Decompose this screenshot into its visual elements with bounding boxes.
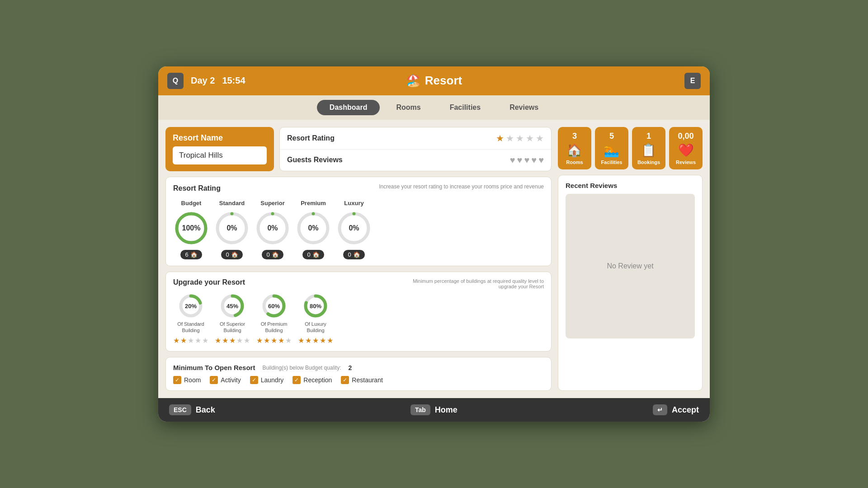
- enter-key: ↵: [653, 404, 667, 415]
- heart-3: ♥: [524, 155, 529, 165]
- upgrade-standard: 20% Of StandardBuilding ★ ★ ★ ★ ★: [173, 294, 208, 345]
- minimum-items: ✓ Room ✓ Activity ✓ Laundry ✓ Reception: [173, 376, 544, 384]
- accept-button[interactable]: ↵ Accept: [653, 404, 699, 415]
- upgrade-luxury-circle: 80%: [303, 294, 328, 318]
- minimum-section: Minimum To Open Resort Building(s) below…: [165, 357, 552, 391]
- premium-circle-item: Premium 0% 0 🏠: [295, 200, 331, 259]
- standard-percent: 0%: [226, 224, 237, 232]
- standard-house-icon: 🏠: [231, 251, 238, 258]
- rating-circles-row: Budget 100% 6 🏠: [173, 200, 544, 259]
- back-label: Back: [196, 405, 215, 415]
- luxury-house-icon: 🏠: [353, 251, 360, 258]
- time-label: 15:54: [222, 75, 245, 86]
- top-row: Resort Name Tropical Hills Resort Rating…: [165, 127, 552, 171]
- heart-4: ♥: [531, 155, 537, 165]
- budget-circle: 100%: [173, 210, 209, 246]
- title-icon: 🏖️: [406, 74, 420, 88]
- standard-rooms: 0 🏠: [221, 250, 242, 259]
- minimum-sub: Building(s) below Budget quality:: [262, 365, 341, 371]
- min-restaurant: ✓ Restaurant: [341, 376, 382, 384]
- upgrade-premium-pct: 60%: [268, 302, 280, 309]
- upgrade-standard-circle: 20%: [179, 294, 203, 318]
- upgrade-p-star1: ★: [256, 336, 263, 345]
- main-window: Q Day 2 15:54 🏖️ Resort E Dashboard Room…: [158, 66, 710, 422]
- upgrade-luxury-stars: ★ ★ ★ ★ ★: [298, 336, 333, 345]
- tab-dashboard[interactable]: Dashboard: [317, 100, 380, 115]
- min-laundry: ✓ Laundry: [250, 376, 284, 384]
- q-button[interactable]: Q: [167, 73, 184, 89]
- star-3: ★: [516, 133, 524, 144]
- e-button[interactable]: E: [684, 73, 701, 89]
- budget-circle-item: Budget 100% 6 🏠: [173, 200, 209, 259]
- no-review-text: No Review yet: [607, 262, 653, 270]
- superior-circle: 0%: [255, 210, 291, 246]
- home-label: Home: [435, 405, 458, 415]
- restaurant-label: Restaurant: [352, 376, 382, 384]
- stat-reviews-label: Reviews: [676, 160, 696, 165]
- activity-label: Activity: [221, 376, 241, 384]
- upgrade-s-star1: ★: [173, 336, 179, 345]
- room-label: Room: [184, 376, 201, 384]
- upgrade-hint: Minimum percentage of buildings at requi…: [408, 278, 544, 289]
- min-reception: ✓ Reception: [292, 376, 332, 384]
- facilities-icon: 🏊: [604, 143, 619, 158]
- stat-facilities-number: 5: [609, 131, 614, 141]
- budget-rooms-num: 6: [185, 251, 188, 258]
- upgrade-luxury-pct: 80%: [310, 302, 321, 309]
- upgrade-title: Upgrade your Resort: [173, 278, 245, 286]
- superior-rooms: 0 🏠: [262, 250, 283, 259]
- resort-name-label: Resort Name: [173, 133, 267, 143]
- upgrade-l-star3: ★: [312, 336, 319, 345]
- stat-facilities[interactable]: 5 🏊 Facilities: [595, 127, 628, 169]
- premium-percent: 0%: [308, 224, 318, 232]
- home-button[interactable]: Tab Home: [410, 404, 458, 415]
- premium-label: Premium: [301, 200, 326, 206]
- star-5: ★: [536, 133, 544, 144]
- luxury-circle-item: Luxury 0% 0 🏠: [336, 200, 372, 259]
- luxury-rooms: 0 🏠: [343, 250, 364, 259]
- activity-checkbox: ✓: [210, 376, 218, 384]
- upgrade-premium-circle: 60%: [262, 294, 286, 318]
- guests-reviews-label: Guests Reviews: [287, 156, 343, 164]
- upgrade-sup-star5: ★: [244, 336, 250, 345]
- tab-rooms[interactable]: Rooms: [383, 100, 433, 115]
- upgrade-l-star4: ★: [320, 336, 326, 345]
- right-column: 3 🏠 Rooms 5 🏊 Facilities 1 📋 Bookings 0,…: [558, 127, 703, 391]
- resort-name-value[interactable]: Tropical Hills: [173, 146, 267, 164]
- tab-reviews[interactable]: Reviews: [497, 100, 551, 115]
- luxury-percent: 0%: [349, 224, 359, 232]
- nav-tabs: Dashboard Rooms Facilities Reviews: [158, 95, 710, 120]
- upgrade-p-star2: ★: [264, 336, 270, 345]
- upgrade-l-star2: ★: [305, 336, 311, 345]
- tab-facilities[interactable]: Facilities: [437, 100, 493, 115]
- title-text: Resort: [425, 74, 462, 88]
- stat-icons-row: 3 🏠 Rooms 5 🏊 Facilities 1 📋 Bookings 0,…: [558, 127, 703, 169]
- stat-bookings-label: Bookings: [637, 160, 660, 165]
- bookings-icon: 📋: [641, 143, 656, 158]
- premium-house-icon: 🏠: [312, 251, 320, 258]
- luxury-label: Luxury: [344, 200, 363, 206]
- min-room: ✓ Room: [173, 376, 201, 384]
- stat-reviews[interactable]: 0,00 ❤️ Reviews: [669, 127, 703, 169]
- premium-rooms: 0 🏠: [302, 250, 324, 259]
- room-checkbox: ✓: [173, 376, 181, 384]
- upgrade-standard-pct: 20%: [185, 302, 197, 309]
- superior-circle-item: Superior 0% 0 🏠: [255, 200, 291, 259]
- hearts-row: ♥ ♥ ♥ ♥ ♥: [510, 155, 544, 165]
- star-1: ★: [496, 133, 504, 144]
- upgrade-section: Upgrade your Resort Minimum percentage o…: [165, 272, 552, 352]
- upgrade-s-star5: ★: [202, 336, 208, 345]
- upgrade-luxury-desc: Of LuxuryBuilding: [305, 321, 326, 334]
- stat-bookings-number: 1: [646, 131, 651, 141]
- upgrade-premium: 60% Of PremiumBuilding ★ ★ ★ ★ ★: [256, 294, 292, 345]
- no-review-box: No Review yet: [566, 194, 695, 338]
- stat-facilities-label: Facilities: [601, 160, 622, 165]
- back-button[interactable]: ESC Back: [169, 404, 215, 415]
- upgrade-sup-star3: ★: [229, 336, 236, 345]
- budget-percent: 100%: [182, 224, 201, 232]
- stat-rooms[interactable]: 3 🏠 Rooms: [558, 127, 591, 169]
- stat-bookings[interactable]: 1 📋 Bookings: [632, 127, 665, 169]
- upgrade-row: 20% Of StandardBuilding ★ ★ ★ ★ ★: [173, 294, 544, 345]
- star-4: ★: [526, 133, 534, 144]
- guests-reviews-row: Guests Reviews ♥ ♥ ♥ ♥ ♥: [280, 149, 551, 171]
